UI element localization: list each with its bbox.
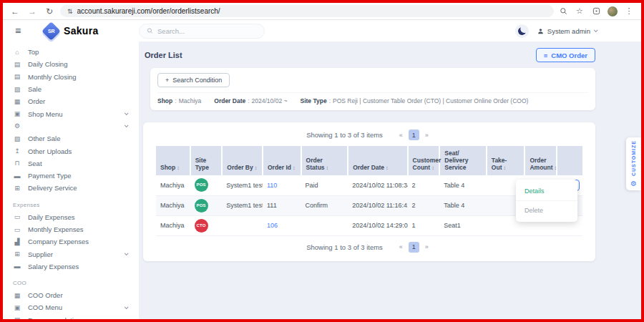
sidebar-item-daily-expenses[interactable]: ▭Daily Expenses bbox=[3, 211, 139, 223]
column-take-out[interactable]: Take-Out↕ bbox=[487, 146, 525, 175]
chevron-down-icon bbox=[594, 28, 598, 32]
sidebar-item-payment-type[interactable]: ▬Payment Type bbox=[3, 170, 139, 182]
extensions-icon[interactable] bbox=[591, 6, 601, 16]
customize-label: CUSTOMIZE bbox=[631, 140, 636, 176]
sidebar-item-seat[interactable]: ⊓Seat bbox=[3, 157, 139, 170]
cell-order_by: System1 test bbox=[222, 195, 263, 215]
column-label: Order Status bbox=[306, 157, 325, 171]
customize-tab[interactable]: CUSTOMIZE ⚙ bbox=[626, 137, 641, 190]
order-id-link[interactable]: 106 bbox=[267, 222, 278, 229]
brand-name: Sakura bbox=[64, 25, 99, 36]
sidebar-item-other-sale[interactable]: ▧Other Sale bbox=[3, 132, 139, 145]
book-icon: ▤ bbox=[13, 73, 21, 80]
wallet-icon: ▬ bbox=[13, 172, 21, 180]
sidebar-item-coo-order[interactable]: ▦COO Order bbox=[3, 289, 139, 301]
sidebar-item-recommendation[interactable]: ▤Recommendation bbox=[3, 314, 139, 319]
column-order-status[interactable]: Order Status↕ bbox=[301, 146, 348, 175]
sidebar-item-label: COO Menu bbox=[28, 303, 62, 311]
site-type-badge: CTO bbox=[195, 219, 208, 233]
app-search[interactable] bbox=[139, 24, 265, 39]
user-menu[interactable]: System admin bbox=[537, 27, 597, 35]
sidebar-item-sale[interactable]: ▧Sale bbox=[3, 83, 139, 95]
sidebar-item-gear[interactable]: ⚙ bbox=[3, 120, 139, 132]
sidebar-item-supplier[interactable]: ⊞Supplier bbox=[3, 248, 139, 260]
sidebar-item-salary-expenses[interactable]: ▬Salary Expenses bbox=[3, 260, 139, 273]
pagination-page-1[interactable]: 1 bbox=[409, 130, 419, 140]
cell-seat: Seat1 bbox=[439, 215, 487, 235]
pagination-prev[interactable]: « bbox=[396, 130, 406, 140]
sidebar-item-shop-menu[interactable]: ▣Shop Menu bbox=[3, 107, 139, 119]
column-order-date[interactable]: Order Date↕ bbox=[348, 146, 407, 175]
sidebar-item-company-expenses[interactable]: ▟Company Expenses bbox=[3, 235, 139, 248]
hamburger-menu-icon[interactable]: ≡ bbox=[10, 25, 26, 36]
column-label: Shop bbox=[160, 164, 175, 171]
site-info-icon[interactable]: ⇅ bbox=[67, 8, 73, 15]
cell-seat: Table 4 bbox=[439, 195, 487, 215]
sidebar-item-label: COO Order bbox=[28, 291, 63, 299]
sidebar-item-delivery-service[interactable]: ⊞Delivery Service bbox=[3, 182, 139, 194]
dark-mode-toggle[interactable] bbox=[515, 24, 529, 38]
back-icon[interactable]: ← bbox=[9, 5, 21, 18]
sidebar-item-monthly-expenses[interactable]: ▭Monthly Expenses bbox=[3, 223, 139, 235]
column-order-amount[interactable]: Order Amount↕ bbox=[525, 146, 557, 175]
sidebar-item-label: Company Expenses bbox=[28, 238, 89, 245]
cell-customer_count: 1 bbox=[408, 215, 440, 235]
app-logo[interactable]: SR Sakura bbox=[44, 24, 129, 38]
pagination-next[interactable]: » bbox=[421, 242, 432, 253]
column-customer-count[interactable]: Customer Count↕ bbox=[408, 146, 440, 175]
order-id-link[interactable]: 110 bbox=[267, 182, 277, 189]
column-site-type: Site Type bbox=[190, 146, 223, 175]
gear-icon: ⚙ bbox=[630, 180, 637, 187]
site-type-badge: POS bbox=[195, 178, 208, 192]
filters-card: + Search Condition Shop:Machiya Order Da… bbox=[150, 68, 595, 110]
receipt-icon: ▧ bbox=[13, 135, 21, 142]
sidebar-item-other-uploads[interactable]: ↥Other Uploads bbox=[3, 145, 139, 157]
column-order-by[interactable]: Order By↕ bbox=[222, 146, 263, 175]
sidebar-item-label: Order bbox=[28, 97, 45, 105]
address-bar[interactable]: ⇅ bbox=[60, 5, 554, 17]
reload-icon[interactable]: ↻ bbox=[43, 5, 56, 18]
gear-icon: ⚙ bbox=[13, 122, 21, 130]
home-icon: ⌂ bbox=[13, 49, 21, 56]
filter-site-type: Site Type:POS Reji | Customer Table Orde… bbox=[300, 97, 528, 104]
pagination-next[interactable]: » bbox=[421, 130, 432, 140]
chart-icon: ▟ bbox=[13, 238, 21, 245]
sidebar-item-order[interactable]: ▦Order bbox=[3, 95, 139, 107]
column-order-id[interactable]: Order Id↕ bbox=[263, 146, 301, 175]
url-input[interactable] bbox=[77, 7, 547, 15]
cell-order_id: 111 bbox=[263, 195, 301, 215]
forward-icon[interactable]: → bbox=[26, 5, 39, 18]
order-id-link[interactable]: 111 bbox=[267, 202, 277, 209]
logo-icon: SR bbox=[42, 21, 61, 41]
column-label: Order Date bbox=[353, 164, 384, 171]
menu-item-delete[interactable]: Delete bbox=[516, 200, 577, 220]
pagination-page-1[interactable]: 1 bbox=[409, 242, 419, 253]
cell-order_id: 106 bbox=[263, 215, 301, 235]
column-label: Seat/ Delivery Service bbox=[444, 150, 468, 171]
bookmark-star-icon[interactable]: ☆ bbox=[575, 6, 585, 16]
user-icon bbox=[537, 28, 544, 34]
cell-order_date: 2024/10/02 14:29:06 bbox=[348, 215, 407, 235]
recommendation-icon: ▤ bbox=[13, 316, 21, 319]
search-icon[interactable] bbox=[558, 6, 568, 16]
column-shop[interactable]: Shop↕ bbox=[156, 146, 190, 175]
sidebar-item-coo-menu[interactable]: ▣COO Menu bbox=[3, 301, 139, 313]
chevron-down-icon bbox=[125, 305, 129, 309]
pagination-prev[interactable]: « bbox=[396, 242, 406, 253]
row-action-menu: Details Delete bbox=[516, 180, 577, 222]
cell-shop: Machiya bbox=[156, 175, 190, 195]
cmo-order-button[interactable]: ≡ CMO Order bbox=[536, 48, 595, 62]
search-condition-button[interactable]: + Search Condition bbox=[157, 73, 230, 87]
sidebar-item-monthly-closing[interactable]: ▤Monthly Closing bbox=[3, 71, 139, 83]
header-actions: System admin bbox=[515, 24, 631, 38]
kebab-menu-icon[interactable]: ⋮ bbox=[624, 6, 634, 16]
receipt-icon: ▧ bbox=[13, 86, 21, 93]
sidebar-item-label: Supplier bbox=[28, 250, 53, 258]
sidebar-item-top[interactable]: ⌂Top bbox=[3, 46, 139, 58]
column-label: Site Type bbox=[195, 157, 209, 171]
menu-item-details[interactable]: Details bbox=[516, 182, 577, 200]
sidebar-item-daily-closing[interactable]: ▤Daily Closing bbox=[3, 58, 139, 70]
profile-avatar[interactable] bbox=[608, 6, 618, 16]
sidebar-item-label: Daily Expenses bbox=[28, 213, 74, 221]
search-input[interactable] bbox=[157, 27, 257, 35]
